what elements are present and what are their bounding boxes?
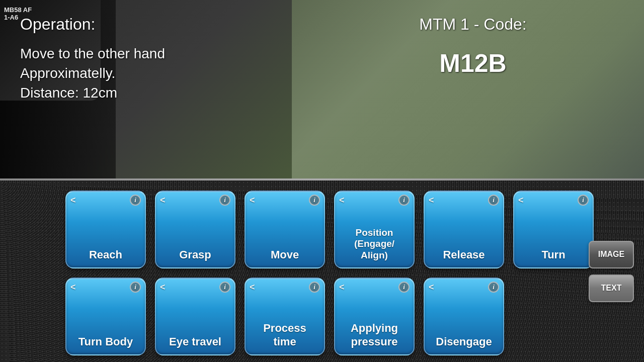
button-disengage[interactable]: < i Disengage: [424, 278, 504, 355]
grasp-info[interactable]: i: [219, 195, 230, 206]
position-label: Position(Engage/Align): [340, 227, 409, 261]
button-applying-pressure[interactable]: < i Applyingpressure: [334, 278, 415, 355]
reach-label: Reach: [71, 248, 140, 261]
overlay-left: Operation: Move to the other hand Approx…: [20, 15, 322, 103]
mtm-label: MTM 1 - Code:: [322, 15, 624, 34]
eye-travel-label: Eye travel: [161, 335, 229, 348]
reach-info[interactable]: i: [130, 195, 141, 206]
disengage-label: Disengage: [430, 335, 498, 348]
process-time-info[interactable]: i: [309, 282, 320, 293]
side-buttons: IMAGE TEXT: [589, 241, 634, 302]
button-reach[interactable]: < i Reach: [65, 191, 146, 268]
text-button[interactable]: TEXT: [589, 275, 634, 302]
button-process-time[interactable]: < i Processtime: [245, 278, 325, 355]
process-time-arrow: <: [250, 282, 255, 293]
release-info[interactable]: i: [488, 195, 499, 206]
turn-arrow: <: [518, 195, 524, 206]
button-eye-travel[interactable]: < i Eye travel: [155, 278, 235, 355]
position-info[interactable]: i: [398, 195, 410, 206]
mtm-code: M12B: [322, 49, 624, 78]
turn-info[interactable]: i: [578, 195, 589, 206]
applying-pressure-label: Applyingpressure: [340, 322, 409, 348]
move-arrow: <: [250, 195, 255, 206]
applying-pressure-arrow: <: [339, 282, 345, 293]
move-label: Move: [251, 248, 319, 261]
applying-pressure-info[interactable]: i: [398, 282, 410, 293]
button-release[interactable]: < i Release: [424, 191, 504, 268]
operation-label: Operation:: [20, 15, 322, 34]
process-time-label: Processtime: [251, 322, 319, 348]
video-area: MB58 AF 1-A6 Operation: Move to the othe…: [0, 0, 644, 178]
video-overlay: Operation: Move to the other hand Approx…: [0, 0, 644, 178]
grasp-label: Grasp: [161, 248, 229, 261]
operation-description: Move to the other hand Approximatelly. D…: [20, 44, 322, 103]
buttons-grid: < i Reach < i Grasp < i Move < i Posit: [65, 191, 634, 355]
release-arrow: <: [429, 195, 434, 206]
button-turn[interactable]: < i Turn: [513, 191, 594, 268]
button-grasp[interactable]: < i Grasp: [155, 191, 235, 268]
turn-label: Turn: [519, 248, 588, 261]
turn-body-label: Turn Body: [71, 335, 140, 348]
release-label: Release: [430, 248, 498, 261]
bottom-panel: < i Reach < i Grasp < i Move < i Posit: [0, 180, 644, 362]
button-turn-body[interactable]: < i Turn Body: [65, 278, 146, 355]
turn-body-arrow: <: [70, 282, 76, 293]
overlay-right: MTM 1 - Code: M12B: [322, 15, 624, 78]
reach-arrow: <: [70, 195, 76, 206]
move-info[interactable]: i: [309, 195, 320, 206]
disengage-info[interactable]: i: [488, 282, 499, 293]
disengage-arrow: <: [429, 282, 434, 293]
button-move[interactable]: < i Move: [245, 191, 325, 268]
turn-body-info[interactable]: i: [130, 282, 141, 293]
position-arrow: <: [339, 195, 345, 206]
grasp-arrow: <: [160, 195, 166, 206]
button-position[interactable]: < i Position(Engage/Align): [334, 191, 415, 268]
image-button[interactable]: IMAGE: [589, 241, 634, 268]
eye-travel-arrow: <: [160, 282, 166, 293]
eye-travel-info[interactable]: i: [219, 282, 230, 293]
